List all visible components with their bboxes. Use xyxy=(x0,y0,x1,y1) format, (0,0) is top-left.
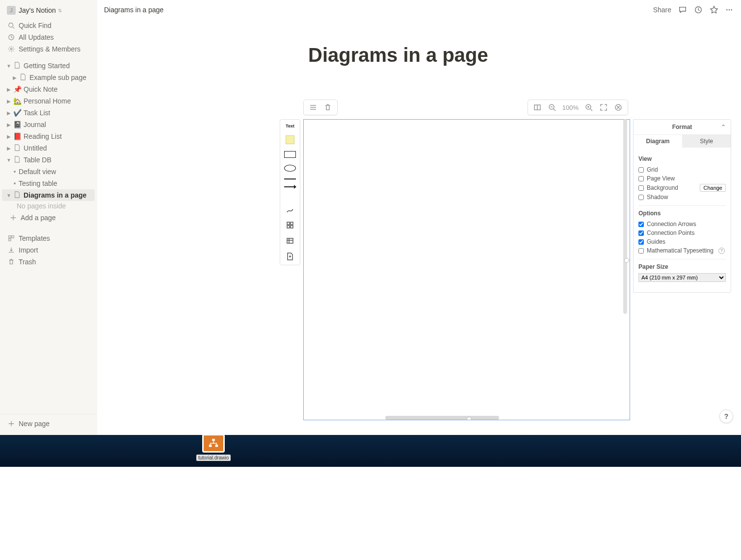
insert-page-icon[interactable] xyxy=(286,252,294,261)
add-a-page[interactable]: Add a page xyxy=(4,212,93,224)
dock-file[interactable]: tutorial.drawio xyxy=(196,434,231,461)
quick-find[interactable]: Quick Find xyxy=(2,20,95,31)
import[interactable]: Import xyxy=(2,244,95,256)
sidebar-item-testing-table[interactable]: Testing table xyxy=(2,178,95,189)
chevron-down-icon[interactable]: ▼ xyxy=(5,156,13,164)
sidebar-item-default-view[interactable]: Default view xyxy=(2,166,95,178)
pageview-checkbox[interactable] xyxy=(638,176,644,181)
delete-icon[interactable] xyxy=(323,103,332,112)
templates-icon xyxy=(7,234,16,243)
sidebar-item-diagrams-page[interactable]: ▼ Diagrams in a page xyxy=(2,189,95,201)
close-icon[interactable] xyxy=(614,103,623,112)
page-icon xyxy=(13,191,22,200)
workspace-switcher[interactable]: J Jay's Notion ⇅ xyxy=(0,0,97,19)
format-title: Format xyxy=(672,124,692,130)
page-icon xyxy=(19,74,27,82)
chevron-right-icon[interactable]: ▶ xyxy=(11,74,19,81)
text-shape[interactable]: Text xyxy=(286,124,294,128)
sidebar-item-example-sub[interactable]: ▶ Example sub page xyxy=(2,72,95,83)
pageview-checkbox-row[interactable]: Page View xyxy=(638,174,726,183)
tree-label: Getting Started xyxy=(24,62,70,70)
chevron-down-icon[interactable]: ▼ xyxy=(5,191,13,199)
more-icon[interactable]: ⋯ xyxy=(725,5,734,14)
background-checkbox[interactable] xyxy=(638,185,644,191)
page-title[interactable]: Diagrams in a page xyxy=(308,44,741,66)
share-button[interactable]: Share xyxy=(653,6,671,14)
tree-label: Personal Home xyxy=(24,97,71,105)
conn-arrows-row[interactable]: Connection Arrows xyxy=(638,220,726,229)
chevron-right-icon[interactable]: ▶ xyxy=(5,97,13,105)
sidebar-item-personal-home[interactable]: ▶ 🏡 Personal Home xyxy=(2,95,95,107)
rectangle-shape[interactable] xyxy=(284,151,296,158)
vertical-scrollbar[interactable] xyxy=(623,119,627,314)
zoom-out-icon[interactable] xyxy=(548,103,556,112)
chevron-right-icon[interactable]: ▶ xyxy=(5,85,13,93)
sidebar-item-reading-list[interactable]: ▶ 📕 Reading List xyxy=(2,130,95,142)
help-icon[interactable]: ? xyxy=(718,248,725,254)
main: Diagrams in a page Share ⋯ Diagrams in a… xyxy=(97,0,741,435)
chevron-down-icon[interactable]: ▼ xyxy=(5,62,13,70)
favorite-icon[interactable] xyxy=(710,5,718,14)
math-checkbox[interactable] xyxy=(638,248,644,254)
shapes-icon[interactable] xyxy=(286,221,294,229)
conn-points-row[interactable]: Connection Points xyxy=(638,229,726,237)
arrow-shape[interactable] xyxy=(284,186,296,187)
settings-members[interactable]: Settings & Members xyxy=(2,43,95,55)
background-checkbox-row[interactable]: BackgroundChange xyxy=(638,183,726,193)
conn-points-checkbox[interactable] xyxy=(638,230,644,236)
freehand-icon[interactable] xyxy=(286,205,294,214)
line-shape[interactable] xyxy=(284,178,296,179)
sidebar-item-getting-started[interactable]: ▼ Getting Started xyxy=(2,60,95,72)
grid-checkbox[interactable] xyxy=(638,167,644,173)
tree-label: Testing table xyxy=(19,179,57,187)
guides-checkbox[interactable] xyxy=(638,239,644,245)
chevron-right-icon[interactable]: ▶ xyxy=(5,109,13,117)
templates[interactable]: Templates xyxy=(2,232,95,244)
math-row[interactable]: Mathematical Typesetting? xyxy=(638,246,726,255)
horizontal-scrollbar[interactable] xyxy=(385,416,499,420)
zoom-in-icon[interactable] xyxy=(584,103,593,112)
notebook-icon: 📓 xyxy=(13,121,22,128)
fullscreen-icon[interactable] xyxy=(599,103,608,112)
sidebar-item-task-list[interactable]: ▶ ✔️ Task List xyxy=(2,107,95,119)
tab-style[interactable]: Style xyxy=(682,135,731,148)
paper-size-select[interactable]: A4 (210 mm x 297 mm) xyxy=(638,273,726,282)
all-updates[interactable]: All Updates xyxy=(2,31,95,43)
sidebar-item-untitled[interactable]: ▶ Untitled xyxy=(2,142,95,154)
help-fab[interactable]: ? xyxy=(719,409,733,423)
change-background-button[interactable]: Change xyxy=(700,184,726,192)
shadow-checkbox[interactable] xyxy=(638,195,644,200)
chevron-up-icon[interactable]: ⌃ xyxy=(721,124,726,130)
tab-diagram[interactable]: Diagram xyxy=(634,135,682,148)
search-icon xyxy=(7,21,16,30)
paper-size-label: Paper Size xyxy=(638,263,726,270)
sidebar-item-table-db[interactable]: ▼ Table DB xyxy=(2,154,95,166)
updates-icon[interactable] xyxy=(694,5,703,14)
chevron-right-icon[interactable]: ▶ xyxy=(5,132,13,140)
no-pages-inside: No pages inside xyxy=(2,201,95,211)
grid-checkbox-row[interactable]: Grid xyxy=(638,165,726,174)
sidebar-item-journal[interactable]: ▶ 📓 Journal xyxy=(2,119,95,130)
new-page-button[interactable]: New page xyxy=(0,414,97,433)
tree-label: Example sub page xyxy=(29,74,86,81)
zoom-level[interactable]: 100% xyxy=(562,104,579,111)
format-header[interactable]: Format ⌃ xyxy=(634,120,731,135)
hscroll-handle[interactable] xyxy=(467,417,472,420)
outline-icon[interactable] xyxy=(533,103,542,112)
comments-icon[interactable] xyxy=(678,5,687,14)
table-icon[interactable] xyxy=(286,236,294,245)
guides-row[interactable]: Guides xyxy=(638,237,726,246)
chevron-right-icon[interactable]: ▶ xyxy=(5,121,13,128)
breadcrumb[interactable]: Diagrams in a page xyxy=(104,6,163,14)
menu-icon[interactable] xyxy=(309,103,318,112)
trash[interactable]: Trash xyxy=(2,256,95,268)
vscroll-handle[interactable] xyxy=(624,258,629,263)
conn-arrows-checkbox[interactable] xyxy=(638,222,644,227)
sidebar-item-quick-note[interactable]: ▶ 📌 Quick Note xyxy=(2,83,95,95)
shadow-checkbox-row[interactable]: Shadow xyxy=(638,193,726,202)
math-label: Mathematical Typesetting xyxy=(647,247,714,254)
note-shape[interactable] xyxy=(286,135,294,144)
ellipse-shape[interactable] xyxy=(284,165,296,172)
drawio-canvas[interactable] xyxy=(303,119,630,420)
chevron-right-icon[interactable]: ▶ xyxy=(5,144,13,152)
